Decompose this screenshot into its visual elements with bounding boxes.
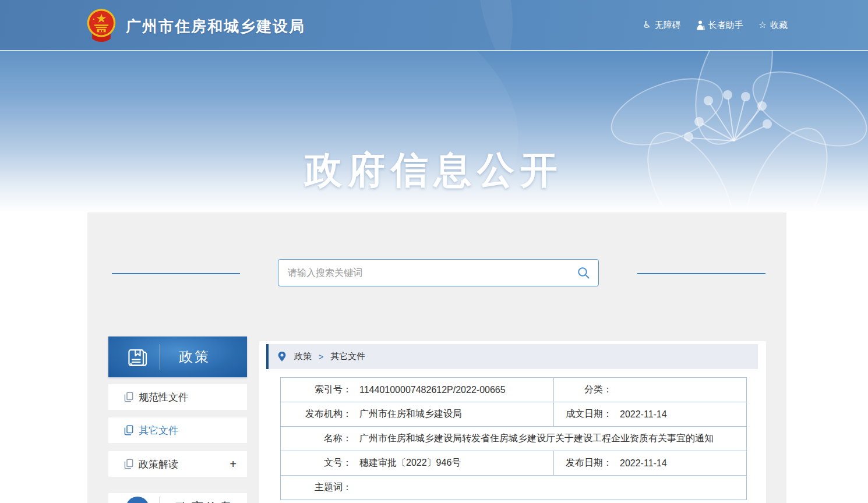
utility-links: ♿ 无障碍 长者助手 ☆ 收藏 <box>643 0 788 50</box>
table-row: 发布机构： 广州市住房和城乡建设局 成文日期： 2022-11-14 <box>281 402 747 427</box>
written-date-label: 成文日期： <box>554 408 612 420</box>
expand-plus-icon[interactable]: + <box>230 458 237 470</box>
main-panel: 政策 > 其它文件 索引号： 11440100007482612P/2022-0… <box>259 341 766 503</box>
index-number-label: 索引号： <box>281 384 352 396</box>
search-box <box>278 259 599 286</box>
written-date-value: 2022-11-14 <box>620 409 667 420</box>
issuing-agency-value: 广州市住房和城乡建设局 <box>359 408 462 420</box>
sidebar-item-other-documents[interactable]: 其它文件 <box>108 417 247 443</box>
favorite-link-label: 收藏 <box>770 20 788 31</box>
government-info-icon <box>126 497 149 503</box>
sidebar-item-label: 规范性文件 <box>139 391 188 404</box>
site-brand: 广州市住房和城乡建设局 <box>85 8 305 44</box>
elder-assistant-link-label: 长者助手 <box>708 20 743 31</box>
category-label: 分类： <box>554 384 612 396</box>
page-title: 政府信息公开 <box>0 145 868 196</box>
star-icon: ☆ <box>758 20 767 30</box>
document-number-label: 文号： <box>281 457 352 469</box>
wheelchair-icon: ♿ <box>643 20 651 30</box>
breadcrumb: 政策 > 其它文件 <box>266 344 758 369</box>
elder-icon <box>696 20 705 30</box>
book-icon <box>126 345 149 369</box>
sidebar-item-label: 其它文件 <box>139 424 178 437</box>
table-row: 主题词： <box>281 476 747 500</box>
favorite-link[interactable]: ☆ 收藏 <box>758 20 788 31</box>
document-detail-table: 索引号： 11440100007482612P/2022-00665 分类： 发… <box>280 377 747 500</box>
accessibility-link-label: 无障碍 <box>655 20 681 31</box>
national-emblem-logo <box>85 8 118 44</box>
document-icon <box>124 459 133 469</box>
breadcrumb-separator: > <box>319 352 323 362</box>
breadcrumb-root[interactable]: 政策 <box>294 351 312 362</box>
breadcrumb-current: 其它文件 <box>330 351 365 362</box>
sidebar-header-divider <box>160 344 160 370</box>
sidebar-section-title: 政策 <box>179 348 210 366</box>
sidebar-item-label: 政策解读 <box>139 458 178 471</box>
sidebar-section-government-info[interactable]: 政府信息 <box>108 493 247 503</box>
document-icon <box>124 392 133 402</box>
sidebar-next-section-title: 政府信息 <box>175 499 234 503</box>
search-input[interactable] <box>288 260 577 286</box>
index-number-value: 11440100007482612P/2022-00665 <box>359 385 506 395</box>
table-row: 文号： 穗建审批〔2022〕946号 发布日期： 2022-11-14 <box>281 451 747 476</box>
issuing-agency-label: 发布机构： <box>281 408 352 420</box>
sidebar-section-policy: 政策 <box>108 336 247 377</box>
location-pin-icon <box>277 351 287 362</box>
publish-date-label: 发布日期： <box>554 457 612 469</box>
table-row: 索引号： 11440100007482612P/2022-00665 分类： <box>281 378 747 402</box>
site-title: 广州市住房和城乡建设局 <box>126 16 305 37</box>
keywords-label: 主题词： <box>281 481 352 494</box>
document-number-value: 穗建审批〔2022〕946号 <box>359 457 461 469</box>
elder-assistant-link[interactable]: 长者助手 <box>696 20 743 31</box>
document-icon <box>124 425 133 435</box>
page-banner: 政府信息公开 <box>0 50 868 212</box>
publish-date-value: 2022-11-14 <box>620 458 667 469</box>
document-name-value: 广州市住房和城乡建设局转发省住房城乡建设厅关于建设工程企业资质有关事宜的通知 <box>359 433 714 445</box>
table-row: 名称： 广州市住房和城乡建设局转发省住房城乡建设厅关于建设工程企业资质有关事宜的… <box>281 427 747 451</box>
search-icon[interactable] <box>577 267 590 279</box>
document-name-label: 名称： <box>281 433 352 445</box>
accessibility-link[interactable]: ♿ 无障碍 <box>643 20 680 31</box>
sidebar-item-normative-documents[interactable]: 规范性文件 <box>108 384 247 410</box>
sidebar-next-divider <box>159 497 160 503</box>
search-right-divider <box>637 273 765 274</box>
sidebar-item-policy-interpretation[interactable]: 政策解读 + <box>108 451 247 477</box>
top-bar: 广州市住房和城乡建设局 ♿ 无障碍 长者助手 ☆ 收藏 <box>0 0 868 50</box>
search-left-divider <box>112 273 240 274</box>
